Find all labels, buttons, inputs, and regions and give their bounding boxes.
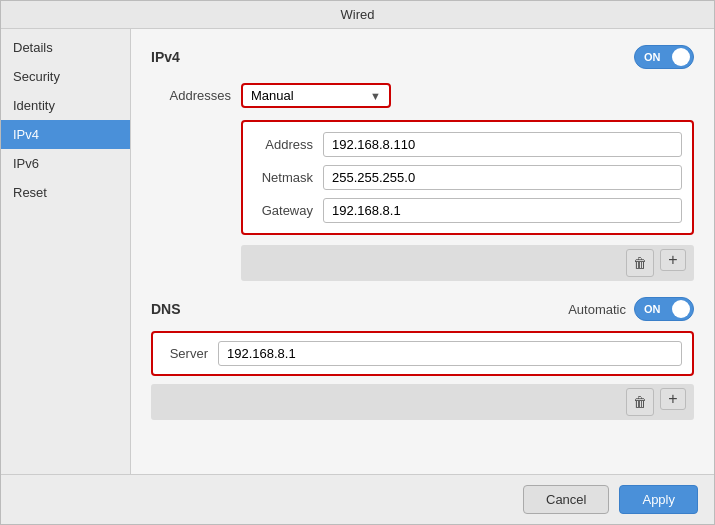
server-input[interactable] [218,341,682,366]
addresses-row: Addresses Manual ▼ [151,83,694,108]
dns-header: DNS Automatic ON [151,297,694,321]
ipv4-toggle[interactable]: ON [634,45,694,69]
dns-toggle[interactable]: ON [634,297,694,321]
title-bar: Wired [1,1,714,29]
dns-section: DNS Automatic ON Server [151,297,694,420]
addresses-dropdown[interactable]: Manual ▼ [241,83,391,108]
address-input[interactable] [323,132,682,157]
add-address-button[interactable]: + [660,249,686,271]
dns-toggle-knob [672,300,690,318]
sidebar-item-details[interactable]: Details [1,33,130,62]
gateway-input[interactable] [323,198,682,223]
apply-button[interactable]: Apply [619,485,698,514]
sidebar-item-identity[interactable]: Identity [1,91,130,120]
addresses-label: Addresses [151,88,241,103]
toggle-knob [672,48,690,66]
sidebar-item-security[interactable]: Security [1,62,130,91]
gateway-field-label: Gateway [253,203,323,218]
address-action-buttons: 🗑 + [618,249,686,277]
add-server-button[interactable]: + [660,388,686,410]
gateway-field-row: Gateway [253,198,682,223]
content-area: Details Security Identity IPv4 IPv6 Rese… [1,29,714,474]
dropdown-arrow-icon: ▼ [370,90,381,102]
server-block: Server [151,331,694,376]
server-label: Server [163,346,218,361]
netmask-field-row: Netmask [253,165,682,190]
netmask-input[interactable] [323,165,682,190]
sidebar-item-reset[interactable]: Reset [1,178,130,207]
window-title: Wired [341,7,375,22]
delete-address-button[interactable]: 🗑 [626,249,654,277]
ipv4-section-header: IPv4 ON [151,45,694,69]
sidebar-item-ipv6[interactable]: IPv6 [1,149,130,178]
netmask-field-label: Netmask [253,170,323,185]
address-fields-container: Address Netmask Gateway 🗑 [241,120,694,281]
dns-right-controls: Automatic ON [568,297,694,321]
main-panel: IPv4 ON Addresses Manual ▼ Address [131,29,714,474]
address-action-bar: 🗑 + [241,245,694,281]
cancel-button[interactable]: Cancel [523,485,609,514]
sidebar: Details Security Identity IPv4 IPv6 Rese… [1,29,131,474]
ipv4-title: IPv4 [151,49,180,65]
dns-title: DNS [151,301,181,317]
footer: Cancel Apply [1,474,714,524]
address-field-row: Address [253,132,682,157]
address-field-label: Address [253,137,323,152]
main-window: Wired Details Security Identity IPv4 IPv… [0,0,715,525]
dns-auto-label: Automatic [568,302,626,317]
sidebar-item-ipv4[interactable]: IPv4 [1,120,130,149]
server-action-buttons: 🗑 + [618,388,686,416]
server-block-container: Server 🗑 + [151,331,694,420]
server-action-bar: 🗑 + [151,384,694,420]
address-block: Address Netmask Gateway [241,120,694,235]
delete-server-button[interactable]: 🗑 [626,388,654,416]
